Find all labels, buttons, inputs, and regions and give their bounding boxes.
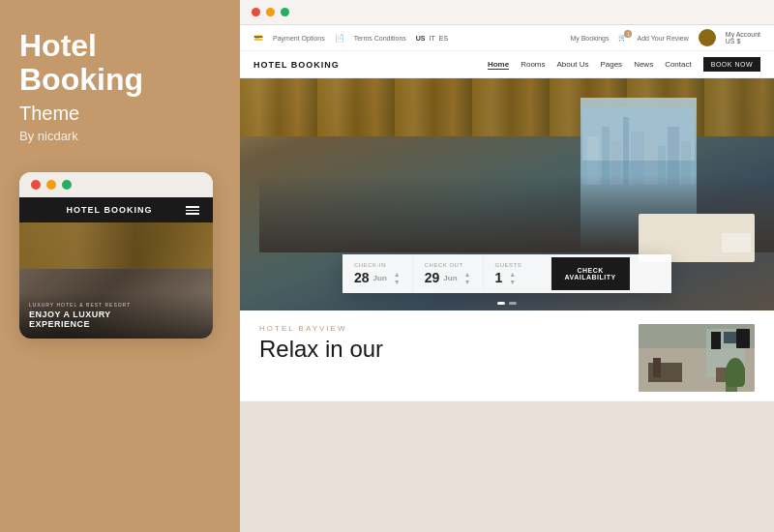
- check-availability-button[interactable]: CHECKAVAILABILITY: [551, 257, 630, 290]
- add-review-link[interactable]: Add Your Review: [637, 35, 688, 42]
- book-now-button[interactable]: BOOK NOW: [703, 57, 760, 72]
- hero-city-skyline: [582, 107, 695, 185]
- city-skyline-svg: [582, 107, 695, 185]
- browser-content: 💳 Payment Options 📄 Terms Conditions US …: [240, 25, 774, 532]
- user-account-label: My AccountUS $: [726, 31, 760, 44]
- nav-news[interactable]: News: [634, 60, 653, 69]
- guests-value: 1 ▲ ▼: [495, 270, 539, 285]
- checkin-arrows[interactable]: ▲ ▼: [394, 271, 401, 285]
- lang-it[interactable]: IT: [430, 35, 435, 42]
- site-navbar: HOTEL BOOKING Home Rooms About Us Pages …: [240, 51, 774, 78]
- checkin-label: CHECK-IN: [354, 262, 401, 268]
- browser-close-dot[interactable]: [252, 8, 260, 16]
- site-hero: CHECK-IN 28 Jun ▲ ▼ CHECK OUT 29 Jun: [240, 78, 774, 310]
- checkin-month: Jun: [373, 274, 387, 282]
- nav-home[interactable]: Home: [488, 60, 509, 70]
- checkout-arrows[interactable]: ▲ ▼: [464, 271, 471, 285]
- cart-badge: 1: [624, 30, 632, 38]
- mobile-hero-small-text: LUXURY HOTEL & BEST RESORT: [29, 302, 203, 308]
- checkout-up-arrow[interactable]: ▲: [464, 271, 471, 278]
- room-thumbnail: [639, 324, 755, 392]
- hotel-name-label: HOTEL BAYVIEW: [259, 324, 623, 333]
- mobile-hero: LUXURY HOTEL & BEST RESORT ENJOY A LUXUR…: [19, 222, 213, 339]
- lang-es[interactable]: ES: [439, 35, 448, 42]
- room-device: [736, 329, 750, 348]
- checkout-down-arrow[interactable]: ▼: [464, 279, 471, 285]
- checkin-down-arrow[interactable]: ▼: [394, 279, 401, 285]
- mobile-hamburger-icon[interactable]: [186, 206, 199, 215]
- below-heading: Relax in our: [259, 337, 623, 362]
- guests-up-arrow[interactable]: ▲: [509, 271, 516, 278]
- hero-dot-2[interactable]: [509, 302, 517, 305]
- my-bookings-link[interactable]: My Bookings: [570, 35, 609, 42]
- hero-slider-dots: [497, 302, 517, 305]
- site-nav: Home Rooms About Us Pages News Contact B…: [488, 57, 760, 72]
- mobile-hero-wood: [19, 222, 213, 269]
- left-panel: HotelBooking Theme By nicdark HOTEL BOOK…: [0, 0, 240, 532]
- checkin-day: 28: [354, 270, 370, 285]
- theme-subtitle: Theme: [19, 103, 221, 125]
- mobile-dot-yellow: [46, 180, 56, 190]
- svg-rect-14: [711, 332, 721, 349]
- site-below-hero: HOTEL BAYVIEW Relax in our: [240, 310, 774, 401]
- mobile-hero-big-text: ENJOY A LUXURYEXPERIENCE: [29, 310, 203, 329]
- guests-count: 1: [495, 270, 503, 285]
- guests-label: GUESTS: [495, 262, 539, 268]
- nav-pages[interactable]: Pages: [600, 60, 622, 69]
- user-avatar[interactable]: [699, 29, 716, 46]
- guests-down-arrow[interactable]: ▼: [509, 279, 516, 285]
- mobile-titlebar: [19, 172, 213, 197]
- nav-about[interactable]: About Us: [557, 60, 589, 69]
- terms-conditions-link[interactable]: Terms Conditions: [354, 35, 406, 42]
- checkout-value: 29 Jun ▲ ▼: [425, 270, 471, 285]
- cart-icon[interactable]: 🛒 1: [618, 34, 627, 42]
- below-left: HOTEL BAYVIEW Relax in our: [259, 324, 623, 392]
- checkin-value: 28 Jun ▲ ▼: [354, 270, 401, 285]
- terms-icon: 📄: [335, 34, 344, 43]
- nav-rooms[interactable]: Rooms: [521, 60, 545, 69]
- checkin-up-arrow[interactable]: ▲: [394, 271, 401, 278]
- hero-dot-1[interactable]: [497, 302, 505, 305]
- theme-title: HotelBooking: [19, 29, 221, 97]
- guests-arrows[interactable]: ▲ ▼: [509, 271, 516, 285]
- payment-options-link[interactable]: Payment Options: [273, 35, 325, 42]
- checkin-field[interactable]: CHECK-IN 28 Jun ▲ ▼: [342, 254, 413, 293]
- payment-icon: 💳: [253, 34, 263, 43]
- right-panel: 💳 Payment Options 📄 Terms Conditions US …: [240, 0, 774, 532]
- svg-rect-18: [653, 358, 661, 377]
- checkout-month: Jun: [443, 274, 457, 282]
- nav-contact[interactable]: Contact: [665, 60, 692, 69]
- mobile-nav-logo: HOTEL BOOKING: [33, 205, 186, 215]
- site-logo: HOTEL BOOKING: [253, 60, 340, 70]
- mobile-hero-overlay: LUXURY HOTEL & BEST RESORT ENJOY A LUXUR…: [19, 292, 213, 339]
- mobile-preview-card: HOTEL BOOKING LUXURY HOTEL & BEST RESORT…: [19, 172, 213, 339]
- browser-minimize-dot[interactable]: [266, 8, 275, 16]
- site-topbar: 💳 Payment Options 📄 Terms Conditions US …: [240, 25, 774, 51]
- checkout-field[interactable]: CHECK OUT 29 Jun ▲ ▼: [413, 254, 484, 293]
- lang-us[interactable]: US: [416, 35, 426, 42]
- guests-field[interactable]: GUESTS 1 ▲ ▼: [484, 254, 551, 293]
- mobile-navbar: HOTEL BOOKING: [19, 197, 213, 222]
- mobile-dot-green: [62, 180, 72, 190]
- language-selector: US IT ES: [416, 35, 448, 42]
- checkout-label: CHECK OUT: [425, 262, 471, 268]
- hero-pillow: [722, 233, 751, 252]
- mobile-dot-red: [31, 180, 41, 190]
- topbar-left: 💳 Payment Options 📄 Terms Conditions US …: [253, 34, 448, 43]
- theme-author: By nicdark: [19, 129, 221, 143]
- booking-widget: CHECK-IN 28 Jun ▲ ▼ CHECK OUT 29 Jun: [342, 254, 671, 293]
- checkout-day: 29: [425, 270, 440, 285]
- browser-maximize-dot[interactable]: [281, 8, 289, 16]
- room-plant: [726, 358, 745, 387]
- topbar-right: My Bookings 🛒 1 Add Your Review My Accou…: [570, 29, 760, 46]
- browser-chrome: [240, 0, 774, 25]
